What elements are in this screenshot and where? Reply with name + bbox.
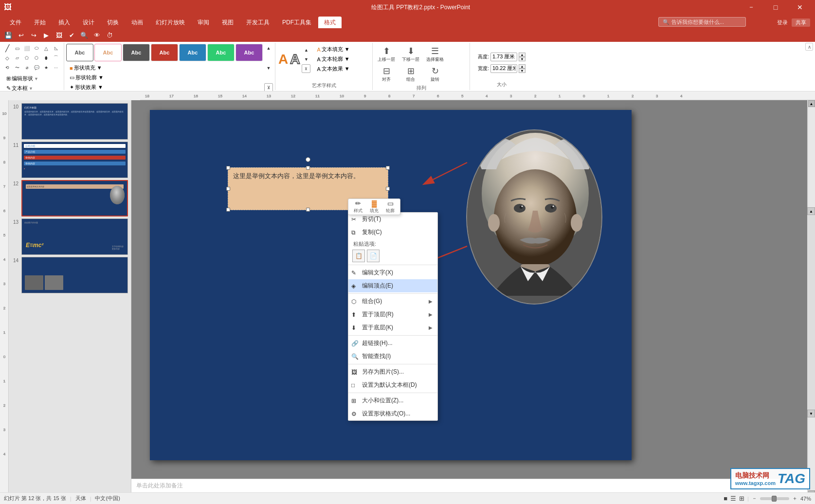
shape-freeform[interactable]: ⟲ (3, 63, 12, 72)
search-input[interactable] (671, 19, 742, 25)
shape-style-1[interactable]: Abc (66, 44, 93, 61)
save-button[interactable]: 💾 (3, 30, 14, 40)
shape-triangle[interactable]: △ (42, 44, 51, 53)
height-input[interactable] (490, 53, 517, 61)
mini-style-btn[interactable]: ✏ 样式 (350, 200, 366, 214)
notes-area[interactable]: 单击此处添加备注 (131, 479, 807, 492)
text-fill-btn[interactable]: A 文本填充 ▼ (313, 45, 353, 54)
shape-connector[interactable]: ⌀ (22, 63, 31, 72)
edit-shape-btn[interactable]: ⊞编辑形状 ▼ (3, 74, 42, 83)
shape-hexagon[interactable]: ⬡ (32, 54, 41, 62)
view-outline[interactable]: ☰ (730, 495, 736, 502)
login-btn[interactable]: 登录 (777, 19, 788, 26)
art-text-preview-2[interactable]: A (290, 52, 300, 67)
shape-arc[interactable]: ⌒ (52, 54, 60, 62)
ctx-set-default[interactable]: □ 设置为默认文本框(D) (348, 378, 437, 392)
group-btn[interactable]: ⊞ 组合 (399, 65, 422, 84)
present-button[interactable]: ▶ (41, 30, 52, 40)
tab-developer[interactable]: 开发工具 (240, 17, 275, 28)
textbox-btn[interactable]: ✎文本框 ▼ (3, 84, 42, 91)
ctx-group[interactable]: ⬡ 组合(G) ▶ (348, 295, 437, 308)
slide-thumb-13[interactable]: 13 此处图片的问题 E=mc² 文字说明内容更多内容 (12, 218, 128, 255)
shape-callout[interactable]: 💬 (32, 63, 41, 72)
rotate-btn[interactable]: ↻ 旋转 (423, 65, 447, 84)
shape-rect[interactable]: ▭ (13, 44, 21, 53)
minimize-button[interactable]: － (740, 0, 762, 15)
text-effect-btn[interactable]: A 文本效果 ▼ (313, 64, 353, 73)
tab-insert[interactable]: 插入 (53, 17, 76, 28)
art-text-more[interactable]: ⊻ (302, 64, 310, 73)
search-box[interactable]: 🔍 (658, 17, 746, 27)
slide-thumb-12[interactable]: 12 这里是举例文本内容 (12, 180, 128, 216)
height-down[interactable]: ▼ (519, 57, 525, 61)
shape-style-4[interactable]: Abc (151, 44, 178, 61)
shape-style-2[interactable]: Abc (94, 44, 122, 61)
slide-img-12[interactable]: 这里是举例文本内容 (21, 180, 128, 216)
shape-effect-btn[interactable]: ✦ 形状效果 ▼ (66, 83, 263, 91)
undo-button[interactable]: ↩ (16, 30, 26, 40)
tab-pdf[interactable]: PDF工具集 (276, 17, 317, 28)
ribbon-collapse-btn[interactable]: ∧ (805, 43, 813, 51)
handle-bot-left[interactable] (226, 208, 230, 212)
notes-placeholder[interactable]: 单击此处添加备注 (136, 482, 183, 490)
timer-button[interactable]: ⏱ (104, 30, 115, 40)
shape-pentagon[interactable]: ⬠ (22, 54, 31, 62)
slide-thumb-10[interactable]: 10 幻灯片标题 这里是内容文本，这里是内容文本，这里是内容文本，这里是内容文本… (12, 103, 128, 140)
handle-top-mid[interactable] (306, 166, 310, 170)
mini-fill-btn[interactable]: ▓ 填充 (366, 200, 382, 214)
find-button[interactable]: 🔍 (79, 30, 90, 40)
share-btn[interactable]: 共享 (792, 18, 810, 27)
tab-slideshow[interactable]: 幻灯片放映 (150, 17, 191, 28)
shape-rounded-rect[interactable]: ⬜ (22, 44, 31, 53)
slide-img-10[interactable]: 幻灯片标题 这里是内容文本，这里是内容文本，这里是内容文本，这里是内容文本这里是… (21, 103, 128, 140)
mini-outline-btn[interactable]: ▭ 轮廓 (382, 200, 398, 214)
styles-more[interactable]: ⊻ (264, 83, 273, 91)
shape-style-5[interactable]: Abc (179, 44, 206, 61)
slide-thumb-14[interactable]: 14 (12, 257, 128, 293)
accessibility-check-button[interactable]: ✔ (66, 30, 77, 40)
styles-expand-down[interactable]: ▼ (264, 64, 273, 72)
send-backward-btn[interactable]: ⬇ 下移一层 (399, 45, 422, 64)
align-btn[interactable]: ⊟ 对齐 (375, 65, 398, 84)
ctx-bring-front[interactable]: ⬆ 置于顶层(R) ▶ (348, 308, 437, 321)
shape-outline-btn[interactable]: ▭ 形状轮廓 ▼ (66, 73, 263, 82)
shape-cylinder[interactable]: ⬮ (42, 54, 51, 62)
slide-img-13[interactable]: 此处图片的问题 E=mc² 文字说明内容更多内容 (21, 218, 128, 255)
shape-more[interactable]: ⋯ (52, 63, 60, 72)
height-up[interactable]: ▲ (519, 53, 525, 57)
tab-transitions[interactable]: 切换 (101, 17, 125, 28)
art-text-preview-1[interactable]: A (278, 52, 288, 67)
tab-view[interactable]: 视图 (216, 17, 239, 28)
tab-design[interactable]: 设计 (77, 17, 100, 28)
ctx-smart-search[interactable]: 🔍 智能查找(I) (348, 350, 437, 363)
zoom-out[interactable]: － (752, 495, 757, 502)
insert-image-button[interactable]: 🖼 (54, 30, 64, 40)
vscroll-up[interactable]: ▲ (808, 100, 815, 107)
art-text-expand-down[interactable]: ▼ (302, 55, 310, 64)
paste-icon-2[interactable]: 📄 (367, 250, 380, 262)
tab-home[interactable]: 开始 (28, 17, 52, 28)
shape-style-6[interactable]: Abc (207, 44, 235, 61)
bring-forward-btn[interactable]: ⬆ 上移一层 (375, 45, 398, 64)
slide-img-11[interactable]: 公司介绍 产品介绍 举例内容 举例内容 ● (21, 142, 128, 178)
view-slide[interactable]: ⊞ (739, 495, 744, 502)
paste-icon-1[interactable]: 📋 (352, 250, 365, 262)
width-down[interactable]: ▼ (519, 69, 525, 73)
handle-top-left[interactable] (226, 166, 230, 170)
shape-diamond[interactable]: ◇ (3, 54, 12, 62)
maximize-button[interactable]: □ (764, 0, 787, 15)
shape-line[interactable]: ╱ (3, 44, 12, 53)
ctx-edit-vertices[interactable]: ◈ 编辑顶点(E) (348, 279, 437, 292)
handle-mid-left[interactable] (226, 187, 230, 191)
handle-mid-right[interactable] (386, 187, 390, 191)
ctx-edit-text[interactable]: ✎ 编辑文字(X) (348, 266, 437, 279)
tab-review[interactable]: 审阅 (192, 17, 215, 28)
shape-style-7[interactable]: Abc (235, 44, 263, 61)
ctx-size-pos[interactable]: ⊞ 大小和位置(Z)... (348, 394, 437, 407)
review-button[interactable]: 👁 (91, 30, 102, 40)
zoom-in[interactable]: ＋ (792, 495, 797, 502)
close-button[interactable]: ✕ (789, 0, 811, 15)
zoom-level[interactable]: 47% (800, 496, 811, 502)
handle-bot-mid[interactable] (306, 208, 310, 212)
zoom-slider[interactable] (760, 497, 789, 500)
